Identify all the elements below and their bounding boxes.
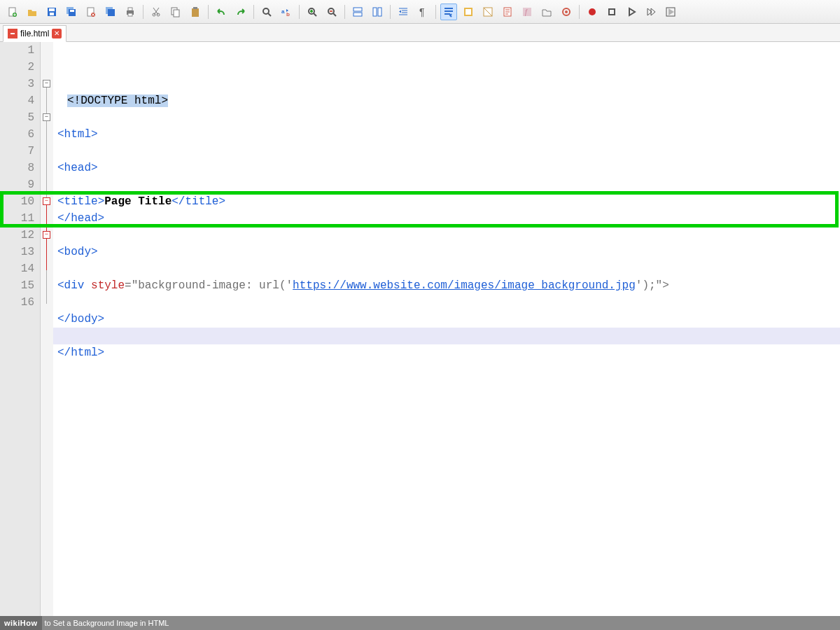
code-line[interactable] [53,294,840,311]
line-number: 15 [0,277,34,294]
code-line[interactable]: </html> [53,344,840,361]
svg-rect-7 [70,10,74,12]
stop-macro-icon [606,6,617,18]
close-button[interactable] [83,4,99,20]
svg-text:a: a [281,8,285,15]
fold-toggle[interactable] [43,197,50,205]
code-line[interactable]: <body> [53,244,840,260]
print-button[interactable] [122,4,139,20]
fold-toggle[interactable] [43,80,50,88]
play-macro-button[interactable] [623,4,640,20]
close-tab-icon[interactable]: ✕ [52,29,62,38]
fold-toggle[interactable] [43,231,50,239]
code-editor[interactable]: 12345678910111213141516 <!DOCTYPE html><… [0,42,840,616]
toolbar-separator [253,5,254,19]
indent-icon [398,6,409,18]
paste-button[interactable] [187,4,204,20]
save-button[interactable] [43,4,60,20]
redo-icon [235,6,246,18]
zoom-out-button[interactable] [323,4,340,20]
find-button[interactable] [258,4,275,20]
toolbar-separator [143,5,144,19]
replace-button[interactable]: ab [278,4,295,20]
sync-h-icon [372,6,383,18]
svg-rect-18 [174,10,179,17]
line-number: 16 [0,294,34,311]
svg-point-38 [565,10,568,13]
save-all-button[interactable] [63,4,80,20]
sync-v-button[interactable] [349,4,366,20]
undo-button[interactable] [213,4,230,20]
new-file-icon [7,6,18,18]
copy-button[interactable] [167,4,184,20]
monitor-button[interactable] [558,4,575,20]
save-macro-icon [665,6,676,18]
tab-filename: file.html [20,29,49,38]
show-pilcrow-button[interactable]: ¶ [414,4,431,20]
code-line[interactable] [53,328,840,344]
folder-icon [541,6,552,18]
code-line[interactable] [53,176,840,193]
close-all-button[interactable] [102,4,119,20]
code-line[interactable]: <!DOCTYPE html> [53,92,840,109]
code-line[interactable]: <html> [53,126,840,143]
folder-button[interactable] [538,4,555,20]
file-tab[interactable]: file.html ✕ [3,25,66,42]
show-all-icon [463,6,474,18]
code-line[interactable] [53,143,840,160]
replace-icon: ab [281,6,292,18]
zoom-out-icon [326,6,337,18]
cut-button[interactable] [148,4,164,20]
zoom-in-button[interactable] [304,4,321,20]
code-line[interactable]: </body> [53,311,840,328]
svg-rect-32 [465,9,471,15]
func-list-icon: ƒ [522,6,533,18]
user-lang-icon [482,6,493,18]
line-number: 11 [0,210,34,227]
tab-bar: file.html ✕ [0,24,840,42]
new-file-button[interactable] [4,4,21,20]
svg-point-21 [263,8,269,14]
line-number: 6 [0,126,34,143]
indent-button[interactable] [395,4,412,20]
toolbar-separator [344,5,345,19]
record-macro-button[interactable] [584,4,601,20]
sync-h-button[interactable] [369,4,386,20]
save-macro-button[interactable] [662,4,679,20]
code-line[interactable]: <head> [53,160,840,176]
save-icon [46,6,57,18]
play-macro-icon [626,6,637,18]
toolbar-separator [299,5,300,19]
doc-map-button[interactable] [499,4,516,20]
fold-toggle[interactable] [43,113,50,121]
show-pilcrow-icon: ¶ [417,6,428,18]
stop-macro-button[interactable] [603,4,620,20]
func-list-button[interactable]: ƒ [519,4,536,20]
code-line[interactable] [53,260,840,277]
svg-rect-29 [378,8,382,16]
svg-text:¶: ¶ [419,6,425,18]
code-line[interactable]: </head> [53,210,840,227]
user-lang-button[interactable] [479,4,496,20]
code-line[interactable]: <title>Page Title</title> [53,193,840,210]
svg-rect-20 [193,7,197,9]
line-number: 9 [0,176,34,193]
show-all-button[interactable] [460,4,477,20]
toolbar-separator [579,5,580,19]
word-wrap-button[interactable] [440,4,457,20]
code-area[interactable]: <!DOCTYPE html><html><head><title>Page T… [53,42,840,616]
undo-icon [216,6,227,18]
code-line[interactable]: <div style="background-image: url('https… [53,277,840,294]
code-line[interactable] [53,227,840,244]
line-number: 10 [0,193,34,210]
play-multi-button[interactable] [643,4,659,20]
find-icon [261,6,272,18]
redo-button[interactable] [232,4,249,20]
svg-text:ƒ: ƒ [524,8,528,16]
code-line[interactable] [53,109,840,126]
svg-rect-40 [609,9,615,15]
play-multi-icon [645,6,657,18]
svg-rect-4 [50,13,54,15]
line-number: 8 [0,160,34,176]
open-file-button[interactable] [24,4,41,20]
